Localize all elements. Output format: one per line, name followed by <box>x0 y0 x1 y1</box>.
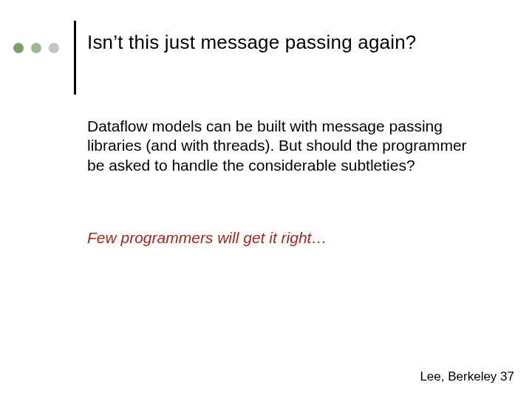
dot-icon <box>13 43 24 53</box>
vertical-divider <box>74 21 76 95</box>
dot-icon <box>49 43 59 53</box>
slide-container: Isn’t this just message passing again? D… <box>0 0 532 399</box>
slide-title: Isn’t this just message passing again? <box>87 31 417 54</box>
slide-footer: Lee, Berkeley 37 <box>420 369 514 384</box>
dot-icon <box>31 43 41 53</box>
decorative-dots <box>13 43 59 53</box>
body-paragraph-2: Few programmers will get it right… <box>87 229 471 247</box>
body-paragraph-1: Dataflow models can be built with messag… <box>87 117 471 175</box>
